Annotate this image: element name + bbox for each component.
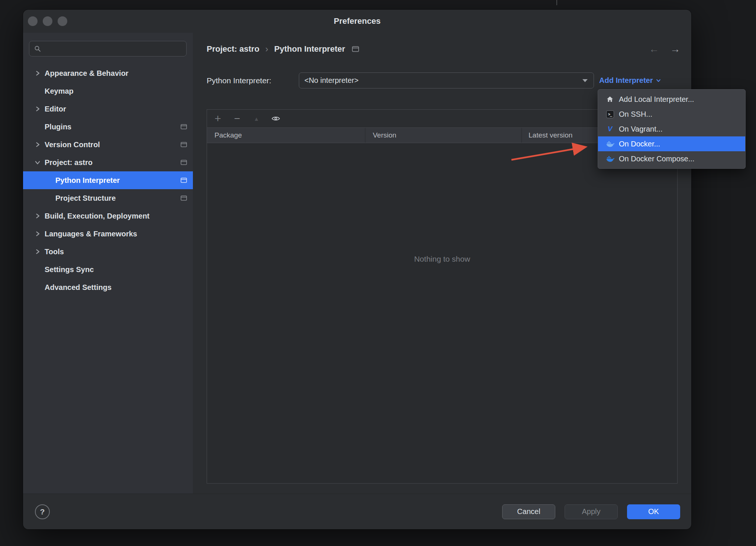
sidebar-item-label: Plugins (45, 123, 71, 131)
menu-item-label: Add Local Interpreter... (619, 95, 694, 104)
add-interpreter-link[interactable]: Add Interpreter (599, 72, 661, 88)
interpreter-combobox[interactable]: <No interpreter> (299, 72, 594, 88)
sidebar-item-label: Editor (45, 105, 66, 113)
ok-button[interactable]: OK (627, 504, 680, 519)
column-header-package[interactable]: Package (207, 128, 365, 143)
docker-compose-icon (605, 154, 614, 163)
sidebar-item-tools[interactable]: Tools (23, 243, 193, 261)
sidebar-item-label: Languages & Frameworks (45, 230, 137, 238)
menu-item-add-local-interpreter[interactable]: Add Local Interpreter... (598, 92, 745, 107)
window-title: Preferences (23, 10, 691, 33)
apply-button[interactable]: Apply (565, 504, 618, 519)
desktop-background: Preferences Appearance & Behavior Keymap (0, 0, 756, 546)
chevron-right-icon (34, 230, 41, 237)
search-input[interactable] (44, 45, 182, 53)
preferences-window: Preferences Appearance & Behavior Keymap (23, 10, 691, 529)
search-icon (34, 45, 41, 52)
menu-item-label: On SSH... (619, 110, 652, 119)
menu-item-label: On Docker Compose... (619, 155, 694, 163)
window-icon (352, 46, 359, 52)
window-icon (181, 178, 187, 183)
menu-item-on-ssh[interactable]: On SSH... (598, 107, 745, 122)
menu-item-on-docker[interactable]: On Docker... (598, 136, 745, 151)
sidebar-item-label: Appearance & Behavior (45, 69, 129, 78)
cancel-button[interactable]: Cancel (502, 504, 555, 519)
add-interpreter-menu: Add Local Interpreter... On SSH... On Va… (598, 89, 746, 169)
settings-sidebar: Appearance & Behavior Keymap Editor Plug… (23, 33, 193, 494)
minimize-button[interactable] (43, 16, 52, 26)
sidebar-item-settings-sync[interactable]: Settings Sync (23, 261, 193, 278)
chevron-right-icon (34, 70, 41, 77)
breadcrumb-python-interpreter[interactable]: Python Interpreter (274, 44, 345, 54)
home-icon (605, 95, 614, 104)
help-button[interactable]: ? (35, 504, 50, 519)
dialog-footer: ? Cancel Apply OK (23, 494, 691, 529)
sidebar-item-version-control[interactable]: Version Control (23, 136, 193, 154)
show-early-releases-eye-icon[interactable] (269, 112, 282, 125)
sidebar-item-label: Version Control (45, 140, 100, 149)
chevron-right-icon (34, 106, 41, 112)
chevron-down-icon (656, 78, 661, 83)
window-titlebar: Preferences (23, 10, 691, 33)
back-arrow-icon[interactable] (649, 44, 659, 54)
sidebar-item-label: Python Interpreter (55, 176, 120, 185)
search-field[interactable] (29, 41, 187, 56)
add-package-icon[interactable] (211, 112, 224, 125)
sidebar-item-label: Tools (45, 248, 64, 256)
column-header-version[interactable]: Version (365, 128, 522, 143)
zoom-button[interactable] (58, 16, 67, 26)
sidebar-item-languages-frameworks[interactable]: Languages & Frameworks (23, 225, 193, 243)
empty-table-message: Nothing to show (207, 255, 677, 264)
upgrade-package-icon[interactable] (250, 112, 263, 125)
window-icon (181, 124, 187, 129)
chevron-right-icon (34, 213, 41, 219)
background-artifact-line (556, 0, 557, 5)
interpreter-value: <No interpreter> (304, 76, 582, 85)
window-icon (181, 142, 187, 147)
sidebar-item-label: Keymap (45, 87, 74, 96)
sidebar-item-label: Advanced Settings (45, 283, 112, 292)
history-navigation (649, 41, 680, 57)
sidebar-item-label: Project Structure (55, 194, 116, 203)
menu-item-label: On Docker... (619, 140, 660, 148)
chevron-right-icon (34, 141, 41, 148)
forward-arrow-icon[interactable] (670, 44, 680, 54)
interpreter-label: Python Interpreter: (207, 72, 271, 88)
sidebar-item-keymap[interactable]: Keymap (23, 82, 193, 100)
ssh-terminal-icon (605, 110, 614, 119)
add-interpreter-label: Add Interpreter (599, 76, 653, 85)
sidebar-item-label: Project: astro (45, 158, 93, 167)
sidebar-item-python-interpreter[interactable]: Python Interpreter (23, 171, 193, 189)
close-button[interactable] (28, 16, 38, 26)
breadcrumb-project[interactable]: Project: astro (207, 44, 259, 54)
traffic-lights (28, 10, 67, 33)
menu-item-on-vagrant[interactable]: On Vagrant... (598, 122, 745, 136)
breadcrumb: Project: astro › Python Interpreter (207, 41, 359, 57)
combobox-dropdown-icon (582, 79, 588, 82)
table-body: Nothing to show (207, 143, 677, 483)
window-icon (181, 160, 187, 165)
sidebar-item-plugins[interactable]: Plugins (23, 118, 193, 136)
sidebar-item-editor[interactable]: Editor (23, 100, 193, 118)
chevron-down-icon (34, 159, 41, 166)
sidebar-item-label: Settings Sync (45, 265, 94, 274)
sidebar-item-build-execution-deployment[interactable]: Build, Execution, Deployment (23, 207, 193, 225)
sidebar-item-advanced-settings[interactable]: Advanced Settings (23, 278, 193, 296)
sidebar-item-project-structure[interactable]: Project Structure (23, 189, 193, 207)
menu-item-label: On Vagrant... (619, 125, 662, 133)
menu-item-on-docker-compose[interactable]: On Docker Compose... (598, 151, 745, 166)
remove-package-icon[interactable] (231, 112, 243, 125)
chevron-right-icon (34, 248, 41, 255)
vagrant-icon (605, 125, 614, 133)
sidebar-item-project-astro[interactable]: Project: astro (23, 154, 193, 171)
window-icon (181, 196, 187, 201)
breadcrumb-separator-icon: › (265, 44, 269, 54)
sidebar-item-appearance-behavior[interactable]: Appearance & Behavior (23, 64, 193, 82)
settings-tree: Appearance & Behavior Keymap Editor Plug… (23, 64, 193, 296)
sidebar-item-label: Build, Execution, Deployment (45, 212, 149, 220)
docker-icon (605, 139, 614, 148)
